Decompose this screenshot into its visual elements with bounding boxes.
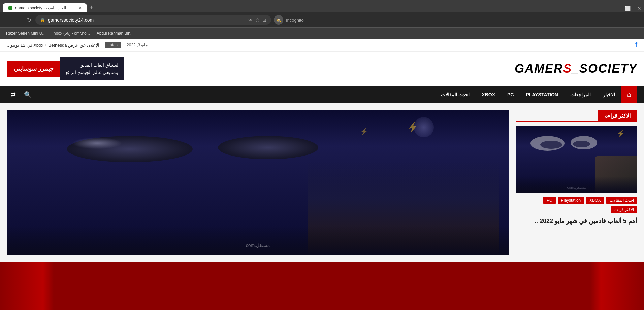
banner-arabic-text: جيمرز سوسايتي <box>13 65 54 73</box>
skull-art-small: ⚡ مستقل.com <box>516 126 637 193</box>
url-display: gamerssociety24.com <box>48 17 246 23</box>
incognito-label: Incognito <box>286 18 304 23</box>
tags-row: احدث المقالات XBOX Playstation PC الاكثر… <box>516 197 637 213</box>
bookmark-item-1[interactable]: Razer Seiren Mini U... <box>4 30 47 36</box>
nav-item-playstation[interactable]: PLAYSTATION <box>520 86 564 103</box>
top-ticker: f مايو 3, 2022 Latest الإعلان عن عرض Xbo… <box>0 39 644 52</box>
nav-item-reviews[interactable]: المراجعات <box>564 86 597 103</box>
nav-item-xbox[interactable]: XBOX <box>476 86 501 103</box>
hero-image: ⚡ ⚡ مستقل.com <box>7 110 509 255</box>
minimize-button[interactable]: – <box>613 4 621 12</box>
maximize-button[interactable]: ⬜ <box>622 4 633 12</box>
star-icon[interactable]: ☆ <box>255 17 260 23</box>
tag-playstation[interactable]: Playstation <box>558 197 584 204</box>
home-button[interactable]: ⌂ <box>621 86 637 103</box>
most-read-header: الاكثر قراءة <box>516 110 637 122</box>
nav-item-akhbar[interactable]: الاخبار <box>597 86 621 103</box>
ticker-text: الإعلان عن عرض Xbox + Bethesda في 12 يون… <box>7 43 99 48</box>
split-view-icon[interactable]: ⊡ <box>262 17 266 23</box>
forward-button[interactable]: → <box>15 15 23 24</box>
address-bar-field[interactable]: 🔒 gamerssociety24.com 👁 ☆ ⊡ <box>35 15 271 25</box>
banner-dark: لعشاق العاب الفديوومتابعي عالم الجيمنج ا… <box>60 57 124 80</box>
close-window-button[interactable]: ✕ <box>635 4 644 12</box>
ticker-area: مايو 3, 2022 Latest الإعلان عن عرض Xbox … <box>7 42 148 48</box>
site-logo[interactable]: GAMERS_SOCIETY <box>515 62 637 76</box>
facebook-icon[interactable]: f <box>635 41 637 49</box>
most-read-badge: الاكثر قراءة <box>598 110 637 122</box>
site-header: GAMERS_SOCIETY لعشاق العاب الفديوومتابعي… <box>0 52 644 86</box>
browser-tab[interactable]: gamers society - عشاق العاب الفديو × <box>3 3 87 12</box>
shuffle-icon[interactable]: ⇄ <box>7 91 20 98</box>
lock-icon: 🔒 <box>40 18 45 22</box>
search-icon[interactable]: 🔍 <box>20 91 35 98</box>
tag-most-read[interactable]: الاكثر قراءة <box>611 206 637 213</box>
ticker-date: مايو 3, 2022 <box>127 43 148 47</box>
hero-image-area: ⚡ ⚡ مستقل.com <box>7 110 509 255</box>
back-button[interactable]: ← <box>4 15 12 24</box>
post-title[interactable]: أهم 5 ألعاب قادمين في شهر مايو 2022 .. <box>516 217 637 226</box>
incognito-icon: 🕵 <box>274 15 283 25</box>
nav-item-latest[interactable]: احدث المقالات <box>435 86 476 103</box>
most-read-panel: الاكثر قراءة ⚡ مستقل.com <box>516 110 637 255</box>
tab-favicon <box>8 6 12 10</box>
site-banner[interactable]: لعشاق العاب الفديوومتابعي عالم الجيمنج ا… <box>7 57 124 80</box>
tag-pc[interactable]: PC <box>543 197 556 204</box>
ticker-label: Latest <box>105 42 121 48</box>
tag-xbox[interactable]: XBOX <box>586 197 604 204</box>
bookmark-item-3[interactable]: Abdul Rahman Bin... <box>95 30 136 36</box>
main-navigation: ⌂ الاخبار المراجعات PLAYSTATION PC XBOX … <box>0 86 644 103</box>
new-tab-button[interactable]: + <box>87 3 96 12</box>
watermark: مستقل.com <box>246 243 270 248</box>
tag-latest[interactable]: احدث المقالات <box>606 197 637 204</box>
nav-item-pc[interactable]: PC <box>501 86 520 103</box>
main-content: الاكثر قراءة ⚡ مستقل.com <box>0 103 644 262</box>
bookmark-item-2[interactable]: Inbox (66) - omr.no... <box>50 30 92 36</box>
bookmarks-bar: Razer Seiren Mini U... Inbox (66) - omr.… <box>0 27 644 39</box>
refresh-button[interactable]: ↻ <box>26 15 33 25</box>
tab-title: gamers society - عشاق العاب الفديو <box>15 6 73 10</box>
eye-slash-icon: 👁 <box>248 18 253 23</box>
home-icon: ⌂ <box>627 91 631 98</box>
banner-red[interactable]: جيمرز سوسايتي <box>7 61 60 77</box>
banner-sub-text: لعشاق العاب الفديوومتابعي عالم الجيمنج ا… <box>66 61 118 76</box>
website-content: f مايو 3, 2022 Latest الإعلان عن عرض Xbo… <box>0 39 644 262</box>
tab-close[interactable]: × <box>79 5 82 10</box>
most-read-image: ⚡ مستقل.com <box>516 126 637 193</box>
